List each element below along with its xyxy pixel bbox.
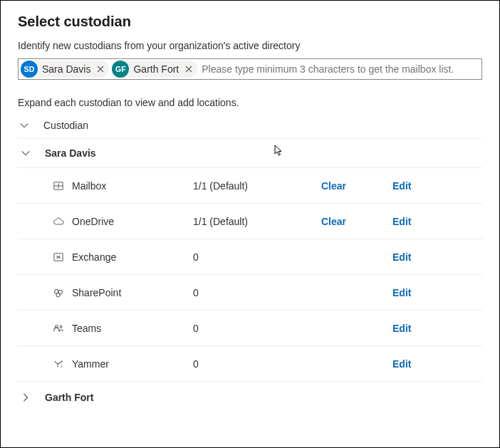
clear-placeholder [321,358,351,370]
expand-all-toggle[interactable] [19,120,43,130]
clear-link[interactable]: Clear [321,180,351,192]
location-row: Yammer0Edit [18,346,482,382]
location-actions: Edit [321,323,476,334]
yammer-icon [52,359,65,369]
location-row: OneDrive1/1 (Default)ClearEdit [18,204,482,239]
location-name: Yammer [72,358,193,370]
edit-link[interactable]: Edit [392,358,415,370]
expand-hint-text: Expand each custodian to view and add lo… [18,97,482,108]
page-title: Select custodian [18,14,482,30]
page-subtitle: Identify new custodians from your organi… [18,40,482,51]
chip-remove-button[interactable] [96,65,105,73]
avatar: GF [112,61,129,78]
edit-link[interactable]: Edit [392,251,415,263]
select-custodian-panel: Select custodian Identify new custodians… [0,0,500,448]
chevron-down-icon [21,148,31,158]
expand-toggle[interactable] [21,392,45,402]
location-count: 0 [193,323,321,334]
location-count: 0 [193,287,321,298]
location-row: Exchange0Edit [18,239,482,275]
people-picker-input[interactable] [200,63,479,75]
svg-point-6 [60,325,62,328]
location-actions: Edit [321,251,476,263]
location-count: 1/1 (Default) [193,180,321,192]
location-row: SharePoint0Edit [18,275,482,311]
custodian-name: Garth Fort [45,392,93,403]
location-count: 1/1 (Default) [193,216,321,227]
location-name: Teams [72,323,193,334]
people-chip[interactable]: GFGarth Fort [112,61,197,78]
location-actions: ClearEdit [321,180,476,192]
custodian-row-expanded[interactable]: Sara Davis [18,139,482,168]
location-actions: ClearEdit [321,216,476,227]
people-chip[interactable]: SDSara Davis [21,61,109,78]
svg-point-4 [56,293,60,296]
location-actions: Edit [321,287,476,298]
custodian-table-header: Custodian [18,114,482,139]
clear-placeholder [321,251,351,263]
exchange-icon [52,252,65,262]
location-name: OneDrive [72,216,193,227]
location-row: Teams0Edit [18,311,482,346]
close-icon [185,66,192,73]
chevron-right-icon [21,392,31,402]
collapse-toggle[interactable] [21,148,45,158]
edit-link[interactable]: Edit [392,287,415,298]
onedrive-icon [52,217,65,226]
cursor-icon [274,145,284,160]
edit-link[interactable]: Edit [392,180,415,192]
location-name: SharePoint [72,287,193,298]
mailbox-icon [52,181,65,191]
location-count: 0 [193,358,321,370]
location-row: Mailbox1/1 (Default)ClearEdit [18,168,482,204]
avatar: SD [21,61,38,78]
chip-label: Garth Fort [133,63,179,75]
sharepoint-icon [52,288,65,298]
chip-remove-button[interactable] [184,65,193,73]
header-custodian-label: Custodian [43,120,88,131]
chip-label: Sara Davis [42,63,90,75]
custodian-name: Sara Davis [45,147,96,159]
location-actions: Edit [321,358,476,370]
custodian-row-collapsed[interactable]: Garth Fort [18,382,482,412]
clear-link[interactable]: Clear [321,216,351,227]
location-name: Exchange [72,251,193,263]
clear-placeholder [321,287,351,298]
location-name: Mailbox [72,180,193,192]
location-count: 0 [193,251,321,263]
edit-link[interactable]: Edit [392,216,415,227]
close-icon [97,66,104,73]
teams-icon [52,323,65,333]
clear-placeholder [321,323,351,334]
chevron-down-icon [19,120,29,130]
edit-link[interactable]: Edit [392,323,415,334]
custodian-people-picker[interactable]: SDSara DavisGFGarth Fort [18,58,482,80]
